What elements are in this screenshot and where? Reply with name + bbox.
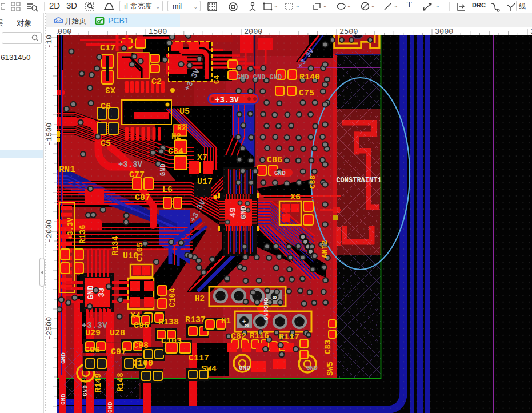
svg-text:3000: 3000 [435, 27, 453, 36]
svg-text:2000: 2000 [244, 27, 262, 36]
svg-text:-2000: -2000 [45, 220, 54, 243]
svg-text:1000: 1000 [53, 27, 71, 36]
svg-text:-1000: -1000 [45, 26, 54, 49]
svg-text:-1500: -1500 [45, 123, 54, 146]
svg-text:1500: 1500 [149, 27, 167, 36]
svg-text:2500: 2500 [339, 27, 358, 36]
svg-text:-2500: -2500 [45, 317, 54, 340]
